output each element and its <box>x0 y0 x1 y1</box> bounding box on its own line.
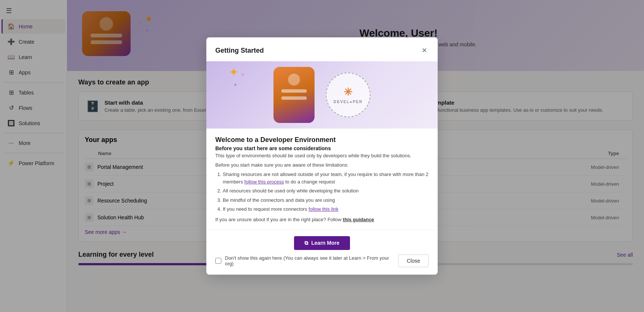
modal-subtitle: Before you start here are some considera… <box>215 145 429 151</box>
modal-list: Sharing resources are not allowed outsid… <box>215 171 429 213</box>
modal-list-item-2: All resources should be used only while … <box>223 187 429 195</box>
modal-footer: ⧉ Learn More Don't show this again here … <box>206 230 438 275</box>
modal-sparkle-2: ✦ <box>240 71 246 79</box>
this-guidance-link[interactable]: this guidance <box>343 217 374 222</box>
learn-more-icon: ⧉ <box>304 240 308 246</box>
modal-title: Getting Started <box>215 47 264 55</box>
developer-logo-icon: ✳ <box>344 86 353 98</box>
modal-close-button[interactable]: ✕ <box>420 45 429 56</box>
modal-description: This type of environments should be used… <box>215 153 429 158</box>
modal-list-item-3: Be mindful of the connectors and data yo… <box>223 197 429 204</box>
dont-show-again-checkbox[interactable] <box>215 258 221 264</box>
follow-link-link[interactable]: follow this link <box>309 206 338 212</box>
modal-sparkle-1: ✦ <box>229 65 239 79</box>
getting-started-modal: Getting Started ✕ ✦ ✦ ✦ ✳ DEVEL●PER Welc… <box>206 37 438 275</box>
developer-logo-text: DEVEL●PER <box>334 100 363 104</box>
modal-body: Welcome to a Developer Environment Befor… <box>206 129 438 230</box>
modal-footer-bottom-row: Don't show this again here (You can alwa… <box>215 254 429 267</box>
developer-logo: ✳ DEVEL●PER <box>326 72 371 117</box>
modal-phone-bar-2 <box>281 96 307 100</box>
modal-overlay: Getting Started ✕ ✦ ✦ ✦ ✳ DEVEL●PER Welc… <box>0 0 644 312</box>
modal-guidance: If you are unsure about if you are in th… <box>215 217 429 222</box>
modal-welcome-heading: Welcome to a Developer Environment <box>215 136 429 144</box>
learn-more-button[interactable]: ⧉ Learn More <box>294 236 350 250</box>
modal-header: Getting Started ✕ <box>206 37 438 56</box>
modal-phone-bar-1 <box>281 89 307 93</box>
modal-list-item-4: If you need to request more connectors f… <box>223 206 429 213</box>
modal-sparkle-3: ✦ <box>233 82 238 88</box>
follow-process-link[interactable]: follow this process <box>244 179 284 185</box>
dont-show-again-row: Don't show this again here (You can alwa… <box>215 255 394 266</box>
modal-hero-image: ✦ ✦ ✦ ✳ DEVEL●PER <box>206 61 438 129</box>
dont-show-again-label: Don't show this again here (You can alwa… <box>225 255 394 266</box>
modal-list-item-1: Sharing resources are not allowed outsid… <box>223 171 429 185</box>
modal-pre-list: Before you start make sure you are aware… <box>215 162 429 168</box>
close-button[interactable]: Close <box>398 254 429 267</box>
modal-phone-illustration <box>273 67 315 123</box>
modal-phone-circle <box>288 74 300 86</box>
learn-more-label: Learn More <box>311 240 339 246</box>
